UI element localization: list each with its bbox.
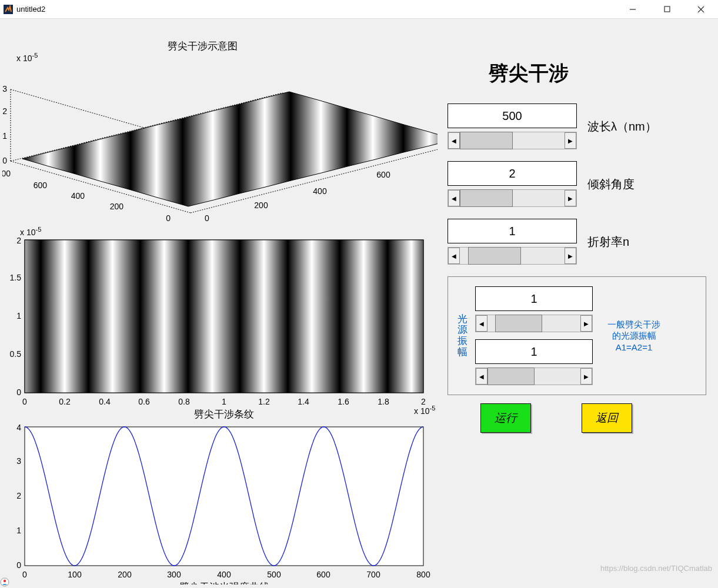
- slider-right-arrow[interactable]: ▶: [580, 315, 592, 332]
- param-angle: 2 ◀ ▶ 倾斜角度: [448, 161, 706, 207]
- minimize-button[interactable]: [616, 0, 650, 19]
- svg-text:0.2: 0.2: [59, 397, 71, 406]
- amp2-slider[interactable]: ◀ ▶: [475, 368, 593, 385]
- svg-text:1: 1: [2, 131, 7, 141]
- svg-text:100: 100: [68, 570, 82, 579]
- svg-text:2: 2: [421, 397, 426, 406]
- angle-slider[interactable]: ◀ ▶: [448, 189, 577, 207]
- svg-text:200: 200: [254, 201, 268, 210]
- slider-left-arrow[interactable]: ◀: [448, 248, 460, 264]
- angle-value[interactable]: 2: [448, 161, 577, 186]
- svg-text:4: 4: [16, 423, 21, 432]
- title-left: untitled2: [4, 5, 45, 14]
- slider-track[interactable]: [460, 248, 565, 264]
- watermark: https://blog.csdn.net/TIQCmatlab: [600, 564, 712, 573]
- figure-body: 劈尖干涉示意图 x 10-5: [0, 19, 718, 588]
- plot-fringes-title: 劈尖干涉条纹: [194, 409, 254, 420]
- matlab-icon: [4, 5, 13, 14]
- plot-curve-title: 劈尖干涉光强度曲线: [179, 582, 269, 584]
- svg-rect-28: [25, 240, 423, 393]
- svg-text:800: 800: [2, 169, 11, 178]
- svg-text:1.4: 1.4: [298, 397, 309, 406]
- wavelength-value[interactable]: 500: [448, 103, 577, 128]
- slider-track[interactable]: [487, 368, 580, 385]
- main-heading: 劈尖干涉: [489, 60, 706, 87]
- svg-text:200: 200: [110, 202, 124, 211]
- slider-right-arrow[interactable]: ▶: [580, 368, 592, 385]
- svg-rect-46: [25, 427, 423, 566]
- angle-label: 倾斜角度: [587, 176, 634, 192]
- svg-text:0: 0: [2, 156, 7, 165]
- run-button[interactable]: 运行: [480, 403, 531, 433]
- param-wavelength: 500 ◀ ▶ 波长λ（nm）: [448, 103, 706, 149]
- svg-text:1: 1: [16, 526, 21, 535]
- slider-track[interactable]: [460, 132, 565, 149]
- svg-text:600: 600: [316, 570, 330, 579]
- svg-text:0: 0: [16, 560, 21, 570]
- slider-thumb[interactable]: [460, 189, 513, 207]
- slider-thumb[interactable]: [487, 368, 535, 385]
- svg-text:3: 3: [2, 84, 7, 93]
- wavelength-slider[interactable]: ◀ ▶: [448, 132, 577, 149]
- svg-text:0.4: 0.4: [99, 397, 111, 406]
- button-row: 运行 返回: [480, 403, 706, 433]
- plots-area: 劈尖干涉示意图 x 10-5: [2, 26, 438, 588]
- svg-text:0.5: 0.5: [10, 349, 22, 359]
- index-value[interactable]: 1: [448, 219, 577, 243]
- close-button[interactable]: [684, 0, 718, 19]
- amp2-value[interactable]: 1: [475, 339, 593, 364]
- wavelength-label: 波长λ（nm）: [587, 119, 657, 135]
- svg-text:3: 3: [16, 456, 21, 466]
- slider-left-arrow[interactable]: ◀: [476, 368, 487, 385]
- slider-track[interactable]: [460, 190, 565, 206]
- param-index: 1 ◀ ▶ 折射率n: [448, 219, 706, 265]
- svg-text:0: 0: [22, 397, 27, 406]
- svg-text:300: 300: [167, 570, 181, 579]
- window-title: untitled2: [16, 5, 45, 14]
- controls-panel: 劈尖干涉 500 ◀ ▶ 波长λ（nm） 2 ◀: [448, 60, 706, 433]
- svg-text:400: 400: [313, 186, 327, 196]
- svg-point-62: [4, 580, 6, 582]
- slider-thumb[interactable]: [460, 132, 513, 149]
- svg-text:400: 400: [217, 570, 231, 579]
- svg-marker-12: [22, 92, 438, 206]
- slider-left-arrow[interactable]: ◀: [448, 190, 460, 206]
- scale-label: x 10-5: [16, 52, 38, 63]
- svg-text:0: 0: [166, 213, 171, 223]
- x-scale-suffix: x 10-5: [414, 405, 435, 416]
- app-window: untitled2 劈尖干涉示意图 x 10-5: [0, 0, 718, 588]
- slider-thumb[interactable]: [495, 315, 542, 332]
- amp1-slider[interactable]: ◀ ▶: [475, 315, 593, 332]
- svg-text:600: 600: [34, 181, 48, 190]
- titlebar: untitled2: [0, 0, 718, 19]
- slider-right-arrow[interactable]: ▶: [565, 132, 576, 149]
- svg-text:0: 0: [22, 570, 27, 579]
- svg-text:0.6: 0.6: [138, 397, 150, 406]
- slider-left-arrow[interactable]: ◀: [476, 315, 487, 332]
- scale-label-2: x 10-5: [20, 226, 41, 237]
- amp1-value[interactable]: 1: [475, 286, 593, 311]
- svg-text:1.2: 1.2: [258, 397, 270, 406]
- svg-text:1: 1: [16, 311, 21, 320]
- corner-icon: [0, 577, 9, 587]
- index-label: 折射率n: [587, 234, 629, 250]
- plots-svg: 劈尖干涉示意图 x 10-5: [2, 26, 438, 584]
- slider-right-arrow[interactable]: ▶: [565, 248, 576, 264]
- minimize-icon: [629, 6, 636, 13]
- slider-thumb[interactable]: [468, 247, 521, 265]
- slider-track[interactable]: [487, 315, 580, 332]
- svg-rect-2: [664, 6, 670, 12]
- maximize-button[interactable]: [650, 0, 684, 19]
- index-slider[interactable]: ◀ ▶: [448, 247, 577, 265]
- slider-right-arrow[interactable]: ▶: [565, 190, 576, 206]
- svg-text:700: 700: [366, 570, 380, 579]
- slider-left-arrow[interactable]: ◀: [448, 132, 460, 149]
- svg-text:200: 200: [118, 570, 132, 579]
- svg-text:2: 2: [16, 491, 21, 500]
- svg-text:400: 400: [71, 191, 85, 201]
- back-button[interactable]: 返回: [582, 403, 632, 433]
- amp-left-label: 光源振幅: [455, 314, 469, 358]
- svg-text:1.5: 1.5: [10, 273, 22, 282]
- svg-text:0.8: 0.8: [178, 397, 190, 406]
- svg-text:800: 800: [416, 570, 430, 579]
